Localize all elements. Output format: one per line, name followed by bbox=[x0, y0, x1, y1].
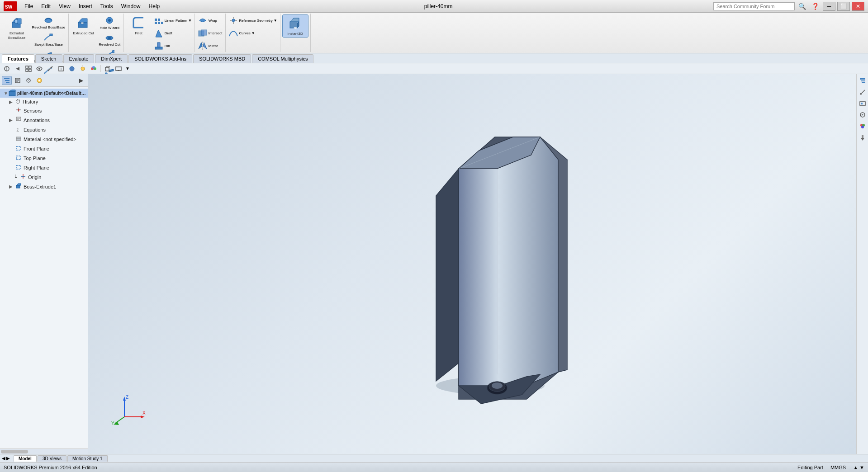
svg-point-99 bbox=[492, 382, 503, 389]
svg-marker-94 bbox=[459, 137, 558, 404]
display-mode-button[interactable] bbox=[67, 64, 77, 73]
instant3d-button[interactable]: 3D Instant3D bbox=[282, 14, 308, 38]
scroll-thumb[interactable] bbox=[1, 450, 28, 453]
bottom-tab-3dviews[interactable]: 3D Views bbox=[38, 455, 66, 462]
restore-button[interactable]: ⬜ bbox=[837, 2, 850, 11]
display-settings-button[interactable] bbox=[114, 64, 123, 73]
display-state-button[interactable] bbox=[34, 76, 44, 85]
section-view-button[interactable] bbox=[56, 64, 66, 73]
draft-button[interactable]: Draft bbox=[153, 27, 193, 39]
intersect-button[interactable]: Intersect bbox=[197, 27, 223, 39]
appearance-button[interactable] bbox=[45, 64, 55, 73]
reference-geometry-button[interactable]: Reference Geometry ▼ bbox=[228, 14, 278, 27]
svg-point-49 bbox=[38, 68, 40, 70]
menu-insert[interactable]: Insert bbox=[75, 2, 96, 10]
view-orientation-button[interactable] bbox=[2, 64, 12, 73]
feature-tree-origin[interactable]: └ Origin bbox=[0, 172, 88, 182]
editing-status: Editing Part bbox=[797, 465, 823, 470]
rp-pin-button[interactable] bbox=[858, 132, 868, 142]
view-3d-button[interactable] bbox=[103, 64, 113, 73]
front-plane-icon bbox=[15, 145, 22, 152]
menu-tools[interactable]: Tools bbox=[97, 2, 117, 10]
menu-help[interactable]: Help bbox=[145, 2, 164, 10]
tab-evaluate[interactable]: Evaluate bbox=[63, 54, 95, 63]
tab-dimxpert[interactable]: DimXpert bbox=[95, 54, 128, 63]
tab-sketch[interactable]: Sketch bbox=[35, 54, 62, 63]
mirror-label: Mirror bbox=[209, 44, 218, 48]
status-arrows[interactable]: ▲ ▼ bbox=[853, 465, 864, 470]
feature-tree-top-plane[interactable]: Top Plane bbox=[0, 153, 88, 163]
feature-tree-root[interactable]: ▼ piller-40mm (Default<<Default>_Displa.… bbox=[0, 89, 88, 98]
wrap-button[interactable]: Wrap bbox=[197, 14, 223, 27]
appearances-button[interactable] bbox=[89, 64, 99, 73]
feature-tree-sensors[interactable]: Sensors bbox=[0, 106, 88, 115]
linear-pattern-dropdown[interactable]: ▼ bbox=[188, 19, 192, 23]
toolbar-group-ref: Reference Geometry ▼ Curves ▼ bbox=[226, 14, 280, 52]
feature-tree-button[interactable] bbox=[2, 76, 12, 85]
secondary-toolbar-dropdown[interactable]: ▼ bbox=[125, 66, 130, 71]
menu-edit[interactable]: Edit bbox=[38, 2, 54, 10]
viewport-3d[interactable]: Z X Y bbox=[88, 74, 856, 454]
fillet-button[interactable]: Fillet bbox=[126, 14, 152, 37]
bottom-prev-button[interactable]: ◀ bbox=[2, 456, 5, 461]
boss-extrude1-expand-icon[interactable]: ▶ bbox=[9, 184, 15, 189]
properties-button[interactable] bbox=[13, 76, 23, 85]
community-search[interactable] bbox=[713, 2, 795, 10]
previous-view-button[interactable] bbox=[13, 64, 23, 73]
view-settings-button[interactable] bbox=[24, 64, 33, 73]
hole-wizard-label: Hole Wizard bbox=[100, 26, 119, 30]
feature-tree-right-plane[interactable]: Right Plane bbox=[0, 163, 88, 172]
toolbar-group-instant3d: 3D Instant3D bbox=[280, 14, 311, 52]
root-expand-icon[interactable]: ▼ bbox=[4, 91, 9, 96]
revolved-cut-button[interactable]: Revolved Cut bbox=[98, 31, 122, 47]
feature-tree-front-plane[interactable]: Front Plane bbox=[0, 144, 88, 153]
rp-measure-button[interactable] bbox=[858, 87, 868, 97]
feature-tree-boss-extrude1[interactable]: ▶ Boss-Extrude1 bbox=[0, 182, 88, 191]
feature-tree-annotations[interactable]: ▶ Annotations bbox=[0, 115, 88, 125]
linear-pattern-button[interactable]: Linear Pattern ▼ bbox=[153, 14, 193, 27]
tab-mbd[interactable]: SOLIDWORKS MBD bbox=[193, 54, 251, 63]
feature-tree-material[interactable]: Material <not specified> bbox=[0, 134, 88, 144]
feature-tree-history[interactable]: ▶ ⏱ History bbox=[0, 98, 88, 106]
feature-tree-equations[interactable]: ∑ Equations bbox=[0, 125, 88, 134]
rp-feature-button[interactable] bbox=[858, 76, 868, 86]
minimize-button[interactable]: ─ bbox=[823, 2, 835, 11]
fillet-icon bbox=[132, 16, 146, 30]
revolved-boss-button[interactable]: Revolved Boss/Base bbox=[31, 14, 66, 31]
menu-file[interactable]: File bbox=[21, 2, 37, 10]
mirror-button[interactable]: Mirror bbox=[197, 40, 223, 52]
history-label: History bbox=[23, 99, 38, 104]
bottom-tab-motion-study[interactable]: Motion Study 1 bbox=[67, 455, 108, 462]
swept-boss-button[interactable]: Swept Boss/Base bbox=[31, 31, 66, 47]
svg-rect-64 bbox=[4, 78, 9, 79]
lighting-button[interactable] bbox=[78, 64, 88, 73]
rp-render-button[interactable] bbox=[858, 110, 868, 120]
sensors-icon bbox=[15, 107, 22, 114]
hole-wizard-button[interactable]: Hole Wizard bbox=[98, 14, 122, 31]
reference-geometry-dropdown[interactable]: ▼ bbox=[274, 19, 277, 23]
root-label: piller-40mm (Default<<Default>_Displa... bbox=[17, 91, 86, 96]
extruded-cut-button[interactable]: Extruded Cut bbox=[71, 14, 97, 37]
curves-dropdown[interactable]: ▼ bbox=[251, 31, 255, 35]
configuration-button[interactable] bbox=[24, 76, 33, 85]
wrap-label: Wrap bbox=[209, 19, 217, 23]
menu-window[interactable]: Window bbox=[118, 2, 144, 10]
rp-view-button[interactable] bbox=[858, 99, 868, 109]
curves-button[interactable]: Curves ▼ bbox=[228, 27, 278, 39]
hide-show-button[interactable] bbox=[34, 64, 44, 73]
menu-view[interactable]: View bbox=[55, 2, 74, 10]
rp-color-button[interactable] bbox=[858, 121, 868, 131]
annotations-expand-icon[interactable]: ▶ bbox=[9, 118, 15, 123]
tab-comsol[interactable]: COMSOL Multiphysics bbox=[252, 54, 313, 63]
panel-forward-button[interactable]: ▶ bbox=[76, 76, 86, 85]
bottom-next-button[interactable]: ▶ bbox=[6, 456, 10, 461]
rib-button[interactable]: Rib bbox=[153, 40, 193, 52]
extruded-boss-button[interactable]: Extruded Boss/Base bbox=[4, 14, 30, 41]
history-expand-icon[interactable]: ▶ bbox=[9, 99, 15, 104]
panel-horizontal-scroll[interactable] bbox=[0, 448, 88, 454]
tab-addins[interactable]: SOLIDWORKS Add-Ins bbox=[128, 54, 192, 63]
tab-features[interactable]: Features bbox=[2, 54, 34, 63]
svg-marker-92 bbox=[436, 169, 459, 381]
bottom-tab-model[interactable]: Model bbox=[14, 455, 37, 462]
close-button[interactable]: ✕ bbox=[852, 2, 864, 11]
